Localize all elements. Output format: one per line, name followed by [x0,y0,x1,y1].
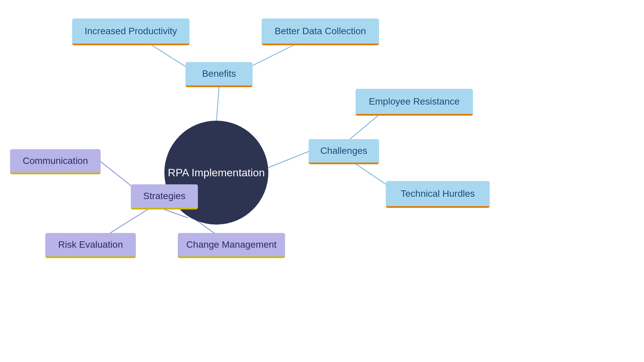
technical-hurdles-label: Technical Hurdles [401,188,475,199]
benefits-label: Benefits [202,68,236,79]
change-management-label: Change Management [186,239,276,250]
challenges-label: Challenges [320,145,367,156]
change-management-node: Change Management [178,233,285,258]
increased-productivity-node: Increased Productivity [72,18,190,45]
challenges-node: Challenges [309,139,379,164]
strategies-node: Strategies [131,184,198,209]
better-data-collection-node: Better Data Collection [262,18,379,45]
employee-resistance-label: Employee Resistance [369,96,460,107]
strategies-label: Strategies [143,191,185,201]
communication-label: Communication [23,156,88,166]
risk-evaluation-label: Risk Evaluation [58,239,123,250]
svg-line-3 [268,152,309,168]
svg-line-0 [216,87,219,122]
increased-productivity-label: Increased Productivity [85,26,177,37]
risk-evaluation-node: Risk Evaluation [45,233,136,258]
employee-resistance-node: Employee Resistance [356,89,473,116]
better-data-collection-label: Better Data Collection [275,26,366,37]
benefits-node: Benefits [185,62,253,87]
center-label: RPA Implementation [168,167,265,179]
communication-node: Communication [10,149,101,174]
technical-hurdles-node: Technical Hurdles [386,181,490,208]
